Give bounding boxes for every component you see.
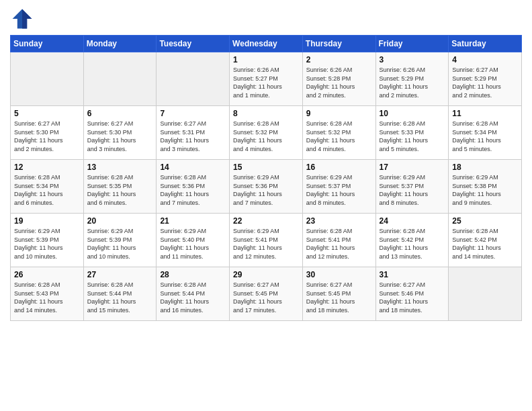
calendar-cell: 30Sunrise: 6:27 AM Sunset: 5:45 PM Dayli… <box>302 267 375 321</box>
day-number: 6 <box>87 109 153 118</box>
calendar-cell: 28Sunrise: 6:28 AM Sunset: 5:44 PM Dayli… <box>157 267 230 321</box>
calendar-cell: 15Sunrise: 6:29 AM Sunset: 5:36 PM Dayli… <box>230 160 303 214</box>
day-number: 9 <box>306 109 372 118</box>
day-number: 12 <box>14 163 80 172</box>
day-info: Sunrise: 6:26 AM Sunset: 5:28 PM Dayligh… <box>306 66 372 99</box>
calendar-cell: 3Sunrise: 6:26 AM Sunset: 5:29 PM Daylig… <box>375 52 449 106</box>
day-number: 25 <box>452 216 518 226</box>
day-number: 18 <box>452 163 518 172</box>
day-info: Sunrise: 6:28 AM Sunset: 5:32 PM Dayligh… <box>306 120 372 153</box>
day-number: 7 <box>160 109 226 118</box>
weekday-header: Friday <box>375 36 449 52</box>
calendar-cell: 26Sunrise: 6:28 AM Sunset: 5:43 PM Dayli… <box>11 267 84 321</box>
day-info: Sunrise: 6:27 AM Sunset: 5:45 PM Dayligh… <box>306 281 372 314</box>
day-number: 8 <box>233 109 299 118</box>
day-info: Sunrise: 6:28 AM Sunset: 5:32 PM Dayligh… <box>233 120 299 153</box>
calendar-cell: 17Sunrise: 6:29 AM Sunset: 5:37 PM Dayli… <box>375 160 449 214</box>
day-number: 20 <box>87 216 153 226</box>
calendar-header: SundayMondayTuesdayWednesdayThursdayFrid… <box>11 36 522 52</box>
calendar-cell <box>449 267 522 321</box>
calendar-cell: 6Sunrise: 6:27 AM Sunset: 5:30 PM Daylig… <box>83 106 157 160</box>
day-number: 5 <box>14 109 80 118</box>
calendar-cell: 5Sunrise: 6:27 AM Sunset: 5:30 PM Daylig… <box>11 106 84 160</box>
weekday-header: Tuesday <box>157 36 230 52</box>
weekday-header: Sunday <box>11 36 84 52</box>
weekday-header: Saturday <box>449 36 522 52</box>
day-info: Sunrise: 6:29 AM Sunset: 5:39 PM Dayligh… <box>14 227 80 261</box>
weekday-header: Thursday <box>302 36 375 52</box>
calendar-table: SundayMondayTuesdayWednesdayThursdayFrid… <box>10 35 522 321</box>
day-number: 11 <box>452 109 518 118</box>
calendar-cell: 9Sunrise: 6:28 AM Sunset: 5:32 PM Daylig… <box>302 106 375 160</box>
day-info: Sunrise: 6:27 AM Sunset: 5:31 PM Dayligh… <box>160 120 226 153</box>
day-number: 29 <box>233 270 299 279</box>
day-info: Sunrise: 6:28 AM Sunset: 5:34 PM Dayligh… <box>14 173 80 207</box>
calendar-cell: 1Sunrise: 6:26 AM Sunset: 5:27 PM Daylig… <box>230 52 303 106</box>
day-number: 16 <box>306 163 372 172</box>
calendar-cell: 7Sunrise: 6:27 AM Sunset: 5:31 PM Daylig… <box>157 106 230 160</box>
day-info: Sunrise: 6:27 AM Sunset: 5:29 PM Dayligh… <box>452 66 518 99</box>
day-info: Sunrise: 6:27 AM Sunset: 5:30 PM Dayligh… <box>14 120 80 153</box>
calendar-cell: 11Sunrise: 6:28 AM Sunset: 5:34 PM Dayli… <box>449 106 522 160</box>
day-number: 2 <box>306 55 372 64</box>
day-number: 21 <box>160 216 226 226</box>
day-info: Sunrise: 6:27 AM Sunset: 5:45 PM Dayligh… <box>233 281 299 314</box>
day-info: Sunrise: 6:28 AM Sunset: 5:33 PM Dayligh… <box>380 120 445 153</box>
calendar-cell: 8Sunrise: 6:28 AM Sunset: 5:32 PM Daylig… <box>230 106 303 160</box>
calendar-week-row: 12Sunrise: 6:28 AM Sunset: 5:34 PM Dayli… <box>11 160 522 214</box>
calendar-cell: 27Sunrise: 6:28 AM Sunset: 5:44 PM Dayli… <box>83 267 157 321</box>
day-info: Sunrise: 6:27 AM Sunset: 5:30 PM Dayligh… <box>87 120 153 153</box>
calendar-body: 1Sunrise: 6:26 AM Sunset: 5:27 PM Daylig… <box>11 52 522 321</box>
calendar-week-row: 5Sunrise: 6:27 AM Sunset: 5:30 PM Daylig… <box>11 106 522 160</box>
day-info: Sunrise: 6:29 AM Sunset: 5:37 PM Dayligh… <box>380 173 445 207</box>
calendar-cell: 21Sunrise: 6:29 AM Sunset: 5:40 PM Dayli… <box>157 214 230 267</box>
day-number: 15 <box>233 163 299 172</box>
day-info: Sunrise: 6:28 AM Sunset: 5:42 PM Dayligh… <box>452 227 518 261</box>
calendar-cell: 12Sunrise: 6:28 AM Sunset: 5:34 PM Dayli… <box>11 160 84 214</box>
calendar-cell: 14Sunrise: 6:28 AM Sunset: 5:36 PM Dayli… <box>157 160 230 214</box>
calendar-cell: 13Sunrise: 6:28 AM Sunset: 5:35 PM Dayli… <box>83 160 157 214</box>
logo-icon <box>10 7 34 31</box>
calendar-cell: 10Sunrise: 6:28 AM Sunset: 5:33 PM Dayli… <box>375 106 449 160</box>
day-info: Sunrise: 6:29 AM Sunset: 5:39 PM Dayligh… <box>87 227 153 261</box>
calendar-cell: 2Sunrise: 6:26 AM Sunset: 5:28 PM Daylig… <box>302 52 375 106</box>
day-info: Sunrise: 6:28 AM Sunset: 5:36 PM Dayligh… <box>160 173 226 207</box>
day-number: 27 <box>87 270 153 279</box>
calendar-cell: 20Sunrise: 6:29 AM Sunset: 5:39 PM Dayli… <box>83 214 157 267</box>
day-number: 1 <box>233 55 299 64</box>
calendar-cell: 22Sunrise: 6:29 AM Sunset: 5:41 PM Dayli… <box>230 214 303 267</box>
calendar-cell: 4Sunrise: 6:27 AM Sunset: 5:29 PM Daylig… <box>449 52 522 106</box>
day-number: 31 <box>380 270 445 279</box>
calendar-cell: 16Sunrise: 6:29 AM Sunset: 5:37 PM Dayli… <box>302 160 375 214</box>
calendar-cell: 19Sunrise: 6:29 AM Sunset: 5:39 PM Dayli… <box>11 214 84 267</box>
logo <box>10 7 38 31</box>
calendar-week-row: 1Sunrise: 6:26 AM Sunset: 5:27 PM Daylig… <box>11 52 522 106</box>
day-number: 28 <box>160 270 226 279</box>
svg-marker-1 <box>22 9 32 29</box>
day-number: 4 <box>452 55 518 64</box>
day-info: Sunrise: 6:28 AM Sunset: 5:42 PM Dayligh… <box>380 227 445 261</box>
calendar-cell: 24Sunrise: 6:28 AM Sunset: 5:42 PM Dayli… <box>375 214 449 267</box>
day-info: Sunrise: 6:29 AM Sunset: 5:40 PM Dayligh… <box>160 227 226 261</box>
day-info: Sunrise: 6:26 AM Sunset: 5:27 PM Dayligh… <box>233 66 299 99</box>
day-number: 22 <box>233 216 299 226</box>
day-info: Sunrise: 6:26 AM Sunset: 5:29 PM Dayligh… <box>380 66 445 99</box>
day-info: Sunrise: 6:29 AM Sunset: 5:38 PM Dayligh… <box>452 173 518 207</box>
calendar-week-row: 19Sunrise: 6:29 AM Sunset: 5:39 PM Dayli… <box>11 214 522 267</box>
day-info: Sunrise: 6:29 AM Sunset: 5:41 PM Dayligh… <box>233 227 299 261</box>
day-number: 14 <box>160 163 226 172</box>
weekday-row: SundayMondayTuesdayWednesdayThursdayFrid… <box>11 36 522 52</box>
day-info: Sunrise: 6:28 AM Sunset: 5:44 PM Dayligh… <box>87 281 153 314</box>
day-info: Sunrise: 6:28 AM Sunset: 5:41 PM Dayligh… <box>306 227 372 261</box>
day-number: 24 <box>380 216 445 226</box>
calendar-cell <box>157 52 230 106</box>
day-number: 26 <box>14 270 80 279</box>
day-number: 10 <box>380 109 445 118</box>
page: SundayMondayTuesdayWednesdayThursdayFrid… <box>0 0 532 411</box>
calendar-cell <box>11 52 84 106</box>
calendar-cell: 29Sunrise: 6:27 AM Sunset: 5:45 PM Dayli… <box>230 267 303 321</box>
calendar-cell: 25Sunrise: 6:28 AM Sunset: 5:42 PM Dayli… <box>449 214 522 267</box>
day-info: Sunrise: 6:28 AM Sunset: 5:43 PM Dayligh… <box>14 281 80 314</box>
day-number: 19 <box>14 216 80 226</box>
day-number: 17 <box>380 163 445 172</box>
